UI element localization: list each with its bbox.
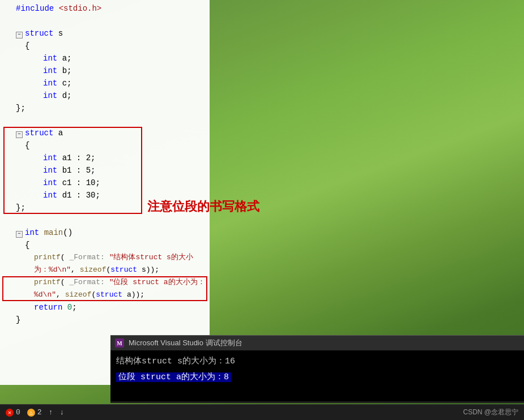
console-panel: M Microsoft Visual Studio 调试控制台 结构体struc… <box>110 335 524 403</box>
code-line-int-d: int d; <box>0 89 210 102</box>
console-titlebar: M Microsoft Visual Studio 调试控制台 <box>110 335 524 350</box>
code-line-printf2: printf( _Format: "位段 struct a的大小为：%d\n",… <box>0 276 210 301</box>
code-line-main-close: } <box>0 314 210 326</box>
nav-down-button[interactable]: ↓ <box>59 408 64 417</box>
collapse-struct-a[interactable]: − <box>16 131 23 138</box>
code-line-brace-s-open: { <box>0 40 210 52</box>
code-line-a1: int a1 : 2; <box>0 152 210 164</box>
code-line-struct-a: − struct a <box>0 127 210 139</box>
console-line-2: 位段 struct a的大小为：8 <box>116 370 518 385</box>
code-line-main-open: { <box>0 239 210 251</box>
console-line-2-highlighted: 位段 struct a的大小为：8 <box>116 372 231 382</box>
code-line-printf1: printf( _Format: "结构体struct s的大小为：%d\n",… <box>0 251 210 276</box>
code-editor: #include <stdio.h> − struct s { <box>0 0 210 385</box>
code-line-c1: int c1 : 10; <box>0 177 210 189</box>
code-line-brace-s-close: }; <box>0 102 210 114</box>
code-area: #include <stdio.h> − struct s { <box>0 0 210 328</box>
console-title: Microsoft Visual Studio 调试控制台 <box>129 338 242 348</box>
printf2-container: printf( _Format: "位段 struct a的大小为：%d\n",… <box>0 276 210 301</box>
status-bar: ✕ 0 △ 2 ↑ ↓ CSDN @念君思宁 <box>0 404 524 420</box>
code-line-int-a: int a; <box>0 52 210 65</box>
code-line-return: return 0; <box>0 301 210 314</box>
code-line-blank-1 <box>0 15 210 27</box>
collapse-main[interactable]: − <box>16 231 23 238</box>
vs-icon: M <box>115 338 124 348</box>
error-count: 0 <box>16 408 20 417</box>
warning-count: 2 <box>37 408 42 417</box>
code-line-brace-a-open: { <box>0 139 210 152</box>
console-line-1: 结构体struct s的大小为：16 <box>116 354 518 370</box>
error-indicator: ✕ 0 <box>6 408 20 417</box>
code-line-int-c: int c; <box>0 77 210 89</box>
code-line-main: − int main() <box>0 226 210 239</box>
code-line-struct-s: − struct s <box>0 27 210 40</box>
warning-dot: △ <box>27 409 35 417</box>
nav-up-button[interactable]: ↑ <box>49 408 53 417</box>
code-line-blank-3 <box>0 214 210 226</box>
error-dot: ✕ <box>6 409 14 417</box>
code-line-int-b: int b; <box>0 65 210 77</box>
line-1-content: #include <stdio.h> <box>16 2 207 15</box>
svg-text:M: M <box>117 340 122 346</box>
code-line-blank-2 <box>0 114 210 127</box>
code-line-b1: int b1 : 5; <box>0 164 210 177</box>
status-left: ✕ 0 △ 2 ↑ ↓ <box>6 408 64 417</box>
collapse-struct-s[interactable]: − <box>16 32 23 38</box>
annotation-text: 注意位段的书写格式 <box>147 198 259 215</box>
code-line-1: #include <stdio.h> <box>0 2 210 15</box>
brand-text: CSDN @念君思宁 <box>463 408 518 417</box>
warning-indicator: △ 2 <box>27 408 42 417</box>
console-output: 结构体struct s的大小为：16 位段 struct a的大小为：8 <box>110 350 524 401</box>
